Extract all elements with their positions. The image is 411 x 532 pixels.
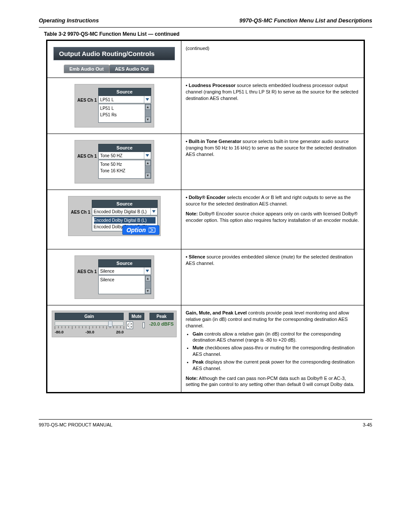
hdr-mute: Mute xyxy=(129,313,144,320)
item-bold: Peak xyxy=(193,359,204,364)
slider-ticks xyxy=(55,326,124,330)
scroll-down-icon[interactable]: ▼ xyxy=(145,288,151,294)
row5-left: Gain Mute Peak -80.0 -30.0 xyxy=(47,305,181,393)
table-title: Table 3-2 9970-QS-MC Function Menu List … xyxy=(44,31,372,37)
page-header: Operating Instructions 9970-QS-MC Functi… xyxy=(39,17,372,28)
row4-left: Source AES Ch 1 Silence Silence xyxy=(47,249,181,305)
item-text: checkboxes allow pass-thru or muting for… xyxy=(193,345,355,357)
header-right: 9970-QS-MC Function Menu List and Descri… xyxy=(240,17,372,27)
function-table: Output Audio Routing/Controls Emb Audio … xyxy=(46,40,365,393)
list-item[interactable]: Encoded Dolby Digital B (L) xyxy=(94,217,156,224)
source-select[interactable]: Encoded Dolby Digital B (L) xyxy=(92,208,158,215)
list-item[interactable]: Tone 50 Hz xyxy=(100,161,144,168)
scrollbar[interactable]: ▲ ▼ xyxy=(145,276,151,294)
source-listbox[interactable]: Tone 50 Hz Tone 16 KHZ ▲ ▼ xyxy=(98,160,151,179)
source-select[interactable]: LP51 L xyxy=(98,96,151,103)
list-item[interactable]: Tone 16 KHZ xyxy=(100,168,144,174)
svg-rect-3 xyxy=(149,228,155,232)
spin-down-icon[interactable]: ▼ xyxy=(130,325,133,329)
page-footer: 9970-QS-MC PRODUCT MANUAL 3-45 xyxy=(39,419,372,427)
row0-right: (continued) xyxy=(181,40,364,78)
source-header: Source xyxy=(92,200,158,208)
select-value: Silence xyxy=(99,269,144,274)
row1-right: • Loudness Processor source selects embe… xyxy=(181,78,364,134)
list-item[interactable]: LP51 L xyxy=(100,105,144,112)
scrollbar[interactable]: ▲ ▼ xyxy=(145,104,151,122)
note-label: Note: xyxy=(186,211,198,216)
gain-value-field[interactable] xyxy=(127,323,130,328)
row4-right: • Silence source provides embedded silen… xyxy=(181,249,364,305)
row5-right: Gain, Mute, and Peak Level controls prov… xyxy=(181,305,364,393)
tick-label: -30.0 xyxy=(85,330,94,334)
gain-block: Gain Mute Peak -80.0 -30.0 xyxy=(52,311,177,337)
desc-title: • Built-in Tone Generator xyxy=(186,139,241,144)
select-value: LP51 L xyxy=(99,97,144,102)
row3-right: • Dolby® Encoder selects encoder A or B … xyxy=(181,190,364,249)
item-text: displays show the current peak power for… xyxy=(193,359,355,371)
channel-label: AES Ch 1 xyxy=(78,152,98,159)
channel-label: AES Ch 1 xyxy=(78,267,98,274)
channel-label: AES Ch 1 xyxy=(71,208,92,215)
source-header: Source xyxy=(98,144,151,152)
list-item[interactable]: LP51 Rs xyxy=(100,112,144,118)
footer-left: 9970-QS-MC PRODUCT MANUAL xyxy=(39,422,112,427)
source-block-tone: Source AES Ch 1 Tone 50 HZ Tone 50 Hz To… xyxy=(75,140,154,184)
gain-slider[interactable] xyxy=(55,321,124,326)
source-listbox[interactable]: LP51 L LP51 Rs ▲ ▼ xyxy=(98,104,151,123)
svg-marker-1 xyxy=(146,154,149,157)
row2-right: • Built-in Tone Generator source selects… xyxy=(181,134,364,190)
scroll-down-icon[interactable]: ▼ xyxy=(145,117,151,122)
number-spinner[interactable]: ▲ ▼ xyxy=(130,322,133,329)
svg-marker-2 xyxy=(152,210,156,213)
chevron-down-icon[interactable] xyxy=(144,96,151,103)
row3-left: Source AES Ch 1 Encoded Dolby Digital B … xyxy=(47,190,181,249)
option-icon xyxy=(149,227,156,233)
svg-marker-4 xyxy=(146,270,149,272)
source-listbox[interactable]: Silence ▲ ▼ xyxy=(98,275,151,294)
item-bold: Gain xyxy=(193,331,203,336)
scroll-up-icon[interactable]: ▲ xyxy=(145,104,151,110)
source-select[interactable]: Silence xyxy=(98,267,151,275)
note-label: Note: xyxy=(186,376,198,381)
chevron-down-icon[interactable] xyxy=(150,208,157,215)
gain-number-input[interactable]: ▲ ▼ xyxy=(126,321,133,329)
chevron-down-icon[interactable] xyxy=(144,268,151,274)
hdr-peak: Peak xyxy=(149,313,174,320)
row1-left: Source AES Ch 1 LP51 L LP51 L LP51 Rs xyxy=(47,78,181,134)
footer-right: 3-45 xyxy=(363,422,372,427)
note: Note: Although the card can pass non-PCM… xyxy=(186,375,359,388)
scroll-up-icon[interactable]: ▲ xyxy=(145,160,151,166)
item-bold: Mute xyxy=(193,345,204,350)
tick-label: 20.0 xyxy=(116,330,124,334)
header-left: Operating Instructions xyxy=(39,17,99,27)
scroll-up-icon[interactable]: ▲ xyxy=(145,276,151,281)
desc-title: • Loudness Processor xyxy=(186,83,236,88)
row0-left: Output Audio Routing/Controls Emb Audio … xyxy=(47,40,181,78)
desc-title: • Dolby® Encoder xyxy=(186,195,226,200)
list-item[interactable]: Silence xyxy=(100,277,144,283)
desc-title: • Silence xyxy=(186,254,205,259)
note-text: Although the card can pass non-PCM data … xyxy=(186,376,354,387)
option-badge: Option xyxy=(122,225,159,235)
mute-checkbox[interactable] xyxy=(143,322,145,328)
select-value: Encoded Dolby Digital B (L) xyxy=(92,209,150,214)
chevron-down-icon[interactable] xyxy=(144,152,151,159)
banner-output-audio: Output Audio Routing/Controls xyxy=(53,47,175,60)
svg-marker-0 xyxy=(146,98,149,101)
select-value: Tone 50 HZ xyxy=(99,153,144,158)
scrollbar[interactable]: ▲ ▼ xyxy=(145,160,151,178)
tab-aes-audio-out[interactable]: AES Audio Out xyxy=(109,65,154,73)
option-label: Option xyxy=(126,227,146,233)
source-block-dolby: Source AES Ch 1 Encoded Dolby Digital B … xyxy=(68,196,161,236)
list-item: Gain controls allow a relative gain (in … xyxy=(193,331,359,344)
desc-list: Gain controls allow a relative gain (in … xyxy=(193,331,359,372)
tab-emb-audio-out[interactable]: Emb Audio Out xyxy=(64,65,109,73)
source-select[interactable]: Tone 50 HZ xyxy=(98,152,151,159)
scroll-down-icon[interactable]: ▼ xyxy=(145,173,151,178)
source-header: Source xyxy=(98,88,151,96)
source-block-lp: Source AES Ch 1 LP51 L LP51 L LP51 Rs xyxy=(75,84,154,128)
list-item: Peak displays show the current peak powe… xyxy=(193,359,359,372)
spin-up-icon[interactable]: ▲ xyxy=(130,322,133,325)
list-item: Mute checkboxes allow pass-thru or mutin… xyxy=(193,345,359,358)
hdr-gain: Gain xyxy=(55,313,124,320)
